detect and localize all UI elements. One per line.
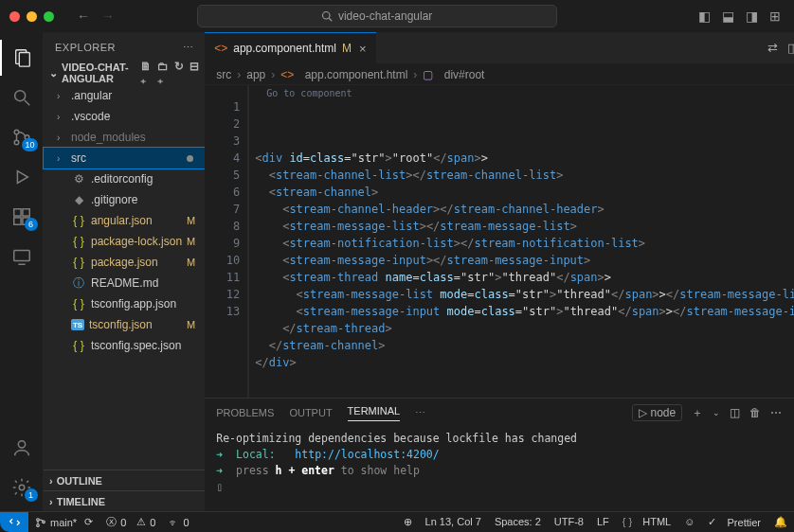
file-icon: ◆ [71,193,86,206]
indentation[interactable]: Spaces: 2 [488,516,548,527]
error-icon: ⓧ [106,515,117,529]
file-tsconfig-spec-json[interactable]: { }tsconfig.spec.json [44,335,205,356]
breadcrumb[interactable]: src › app › <> app.component.html › ▢ di… [205,64,794,85]
folder-section-header[interactable]: ⌄ VIDEO-CHAT-ANGULAR 🗎₊ 🗀₊ ↻ ⊟ [44,62,205,83]
file-angular-json[interactable]: { }angular.jsonM [44,210,205,231]
tab-filename: app.component.html [233,42,336,55]
file-README-md[interactable]: ⓘREADME.md [44,273,205,293]
language-mode[interactable]: { } HTML [616,516,677,527]
modified-dot [187,155,193,162]
settings-icon[interactable]: 1 [0,470,44,505]
layout-panel-icon[interactable]: ⬓ [722,9,734,24]
copilot-icon[interactable]: ☺ [677,516,701,527]
sidebar-more-icon[interactable]: ⋯ [183,42,194,54]
file-tree: ›.angular›.vscode›node_modules›src⚙.edit… [44,83,205,358]
remote-view-icon[interactable] [0,239,44,275]
panel-more-icon[interactable]: ⋯ [770,406,782,419]
explorer-sidebar: EXPLORER ⋯ ⌄ VIDEO-CHAT-ANGULAR 🗎₊ 🗀₊ ↻ … [44,32,205,511]
file--editorconfig[interactable]: ⚙.editorconfig [44,168,205,189]
panel-more-icon[interactable]: ⋯ [415,407,425,419]
modified-indicator: M [187,236,195,247]
terminal-profile[interactable]: ▷node [632,404,683,421]
split-editor-icon[interactable]: ◫ [787,41,794,55]
remote-indicator[interactable] [0,512,28,532]
crumb-file: <> app.component.html [280,68,407,81]
file-tsconfig-app-json[interactable]: { }tsconfig.app.json [44,293,205,314]
tab-problems[interactable]: PROBLEMS [216,407,274,418]
collapse-icon[interactable]: ⊟ [189,60,199,86]
terminal-body[interactable]: Re-optimizing dependencies because lockf… [205,427,794,511]
crumb-symbol: ▢ div#root [423,68,484,81]
compare-changes-icon[interactable]: ⇄ [767,41,778,55]
cursor-position[interactable]: Ln 13, Col 7 [419,516,488,527]
svg-point-18 [37,518,40,521]
folder-node_modules[interactable]: ›node_modules [44,127,205,148]
folder-src[interactable]: ›src [44,148,205,168]
svg-point-0 [322,12,330,20]
sidebar-title: EXPLORER [55,42,116,53]
layout-primary-icon[interactable]: ◧ [698,9,711,24]
ports-status[interactable]: ᯤ0 [162,512,195,532]
file-package-json[interactable]: { }package.jsonM [44,252,205,273]
debug-view-icon[interactable] [0,159,44,195]
crumb-src: src [216,68,231,81]
scm-badge: 10 [22,138,37,151]
new-file-icon[interactable]: 🗎₊ [140,60,152,86]
close-window-icon[interactable] [9,11,20,22]
outline-section[interactable]: › OUTLINE [44,470,205,490]
svg-rect-11 [13,218,20,224]
encoding[interactable]: UTF-8 [548,516,590,527]
timeline-label: TIMELINE [57,496,105,507]
terminal-dropdown-icon[interactable]: ⌄ [713,408,720,417]
panel-tabs: PROBLEMS OUTPUT TERMINAL ⋯ ▷node ＋ ⌄ ◫ 🗑… [205,399,794,427]
chevron-right-icon: › [49,496,53,507]
file-package-lock-json[interactable]: { }package-lock.jsonM [44,231,205,252]
svg-point-7 [14,140,19,145]
extensions-view-icon[interactable]: 6 [0,199,44,235]
new-terminal-icon[interactable]: ＋ [692,405,703,421]
folder--vscode[interactable]: ›.vscode [44,106,205,127]
tab-app-component[interactable]: <> app.component.html M × [205,32,375,63]
svg-point-4 [14,91,25,101]
antenna-icon: ᯤ [169,517,179,528]
notifications-icon[interactable]: 🔔 [767,516,794,528]
back-arrow-icon[interactable]: ← [77,9,90,24]
git-branch[interactable]: main* ⟳ [28,512,99,532]
code-content[interactable]: Go to component <div id=class="str">"roo… [247,85,794,398]
folder--angular[interactable]: ›.angular [44,85,205,106]
codelens-link[interactable]: Go to component [266,85,352,102]
prettier-status[interactable]: ✓ Prettier [701,516,767,528]
command-center[interactable]: video-chat-angular [197,5,557,27]
timeline-section[interactable]: › TIMELINE [44,490,205,511]
tab-output[interactable]: OUTPUT [289,407,332,418]
file-icon: { } [71,339,86,352]
file-tsconfig-json[interactable]: TStsconfig.jsonM [44,314,205,335]
chevron-right-icon: › [57,112,66,122]
search-view-icon[interactable] [0,80,44,115]
file--gitignore[interactable]: ◆.gitignore [44,189,205,210]
tree-item-label: tsconfig.app.json [91,297,205,310]
close-tab-icon[interactable]: × [359,42,367,56]
minimize-window-icon[interactable] [27,11,37,22]
scm-view-icon[interactable]: 10 [0,119,44,155]
kill-terminal-icon[interactable]: 🗑 [749,406,761,419]
command-center-text: video-chat-angular [338,9,432,23]
layout-secondary-icon[interactable]: ◨ [746,9,758,24]
svg-marker-9 [17,171,27,184]
accounts-icon[interactable] [0,430,44,466]
tab-terminal[interactable]: TERMINAL [348,405,401,421]
new-folder-icon[interactable]: 🗀₊ [157,60,169,86]
eol[interactable]: LF [590,516,616,527]
split-terminal-icon[interactable]: ◫ [730,406,740,419]
explorer-view-icon[interactable] [0,40,44,76]
ext-status-icon[interactable]: ⊕ [397,516,419,528]
layout-custom-icon[interactable]: ⊞ [769,9,781,24]
refresh-icon[interactable]: ↻ [174,60,184,86]
tree-item-label: .gitignore [91,193,205,206]
forward-arrow-icon[interactable]: → [101,9,115,24]
problems-status[interactable]: ⓧ0 ⚠0 [99,512,162,532]
crumb-app: app [246,68,265,81]
chevron-right-icon: › [271,68,275,81]
code-editor[interactable]: 12345678910111213 Go to component <div i… [205,85,794,398]
maximize-window-icon[interactable] [44,11,54,22]
